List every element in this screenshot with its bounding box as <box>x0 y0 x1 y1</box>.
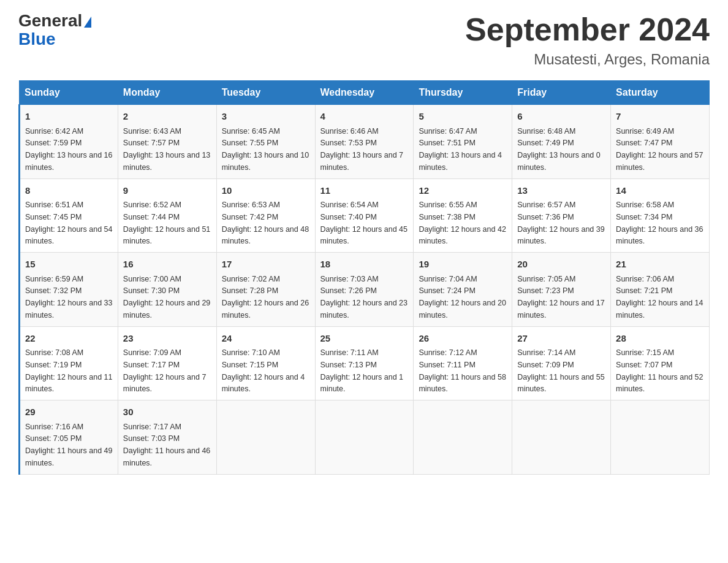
day-number: 20 <box>517 258 605 272</box>
day-number: 13 <box>517 184 605 198</box>
logo-blue-text: Blue <box>18 31 91 48</box>
calendar-subtitle: Musatesti, Arges, Romania <box>465 51 710 68</box>
calendar-week-5: 29 Sunrise: 7:16 AMSunset: 7:05 PMDaylig… <box>20 400 710 475</box>
calendar-cell: 23 Sunrise: 7:09 AMSunset: 7:17 PMDaylig… <box>118 326 216 400</box>
day-number: 15 <box>25 258 113 272</box>
calendar-cell: 12 Sunrise: 6:55 AMSunset: 7:38 PMDaylig… <box>414 178 512 253</box>
calendar-cell: 28 Sunrise: 7:15 AMSunset: 7:07 PMDaylig… <box>611 326 710 400</box>
calendar-cell: 8 Sunrise: 6:51 AMSunset: 7:45 PMDayligh… <box>20 178 118 253</box>
calendar-cell: 29 Sunrise: 7:16 AMSunset: 7:05 PMDaylig… <box>20 400 118 475</box>
day-number: 18 <box>320 258 409 272</box>
calendar-cell: 4 Sunrise: 6:46 AMSunset: 7:53 PMDayligh… <box>315 105 414 179</box>
day-info: Sunrise: 6:45 AMSunset: 7:55 PMDaylight:… <box>222 127 309 172</box>
day-info: Sunrise: 6:47 AMSunset: 7:51 PMDaylight:… <box>419 127 502 172</box>
calendar-cell <box>611 400 710 475</box>
day-number: 28 <box>616 332 704 346</box>
day-info: Sunrise: 7:17 AMSunset: 7:03 PMDaylight:… <box>123 423 210 467</box>
calendar-cell: 25 Sunrise: 7:11 AMSunset: 7:13 PMDaylig… <box>315 326 414 400</box>
day-number: 10 <box>222 184 310 198</box>
day-info: Sunrise: 7:15 AMSunset: 7:07 PMDaylight:… <box>616 348 703 393</box>
calendar-cell: 2 Sunrise: 6:43 AMSunset: 7:57 PMDayligh… <box>118 105 216 179</box>
calendar-cell: 15 Sunrise: 6:59 AMSunset: 7:32 PMDaylig… <box>20 253 118 327</box>
calendar-cell <box>216 400 315 475</box>
day-number: 7 <box>616 110 704 124</box>
day-number: 19 <box>419 258 507 272</box>
day-info: Sunrise: 6:53 AMSunset: 7:42 PMDaylight:… <box>222 201 309 245</box>
day-info: Sunrise: 7:05 AMSunset: 7:23 PMDaylight:… <box>517 275 604 320</box>
calendar-cell: 26 Sunrise: 7:12 AMSunset: 7:11 PMDaylig… <box>414 326 512 400</box>
logo: General Blue <box>18 12 91 48</box>
day-number: 12 <box>419 184 507 198</box>
day-info: Sunrise: 7:11 AMSunset: 7:13 PMDaylight:… <box>320 348 404 393</box>
page-header: General Blue September 2024 Musatesti, A… <box>18 12 710 68</box>
calendar-cell: 22 Sunrise: 7:08 AMSunset: 7:19 PMDaylig… <box>20 326 118 400</box>
day-number: 11 <box>320 184 409 198</box>
calendar-title: September 2024 <box>465 12 710 47</box>
day-info: Sunrise: 6:52 AMSunset: 7:44 PMDaylight:… <box>123 201 210 245</box>
calendar-cell: 13 Sunrise: 6:57 AMSunset: 7:36 PMDaylig… <box>512 178 611 253</box>
day-info: Sunrise: 6:49 AMSunset: 7:47 PMDaylight:… <box>616 127 703 172</box>
col-monday: Monday <box>118 81 216 105</box>
day-info: Sunrise: 7:16 AMSunset: 7:05 PMDaylight:… <box>25 423 112 467</box>
calendar-cell: 11 Sunrise: 6:54 AMSunset: 7:40 PMDaylig… <box>315 178 414 253</box>
day-number: 3 <box>222 110 310 124</box>
calendar-cell: 9 Sunrise: 6:52 AMSunset: 7:44 PMDayligh… <box>118 178 216 253</box>
col-friday: Friday <box>512 81 611 105</box>
day-number: 8 <box>25 184 113 198</box>
title-section: September 2024 Musatesti, Arges, Romania <box>465 12 710 68</box>
day-info: Sunrise: 6:59 AMSunset: 7:32 PMDaylight:… <box>25 275 112 320</box>
calendar-week-3: 15 Sunrise: 6:59 AMSunset: 7:32 PMDaylig… <box>20 253 710 327</box>
calendar-cell: 3 Sunrise: 6:45 AMSunset: 7:55 PMDayligh… <box>216 105 315 179</box>
day-info: Sunrise: 6:43 AMSunset: 7:57 PMDaylight:… <box>123 127 210 172</box>
calendar-cell <box>414 400 512 475</box>
day-info: Sunrise: 7:09 AMSunset: 7:17 PMDaylight:… <box>123 348 207 393</box>
day-info: Sunrise: 6:58 AMSunset: 7:34 PMDaylight:… <box>616 201 703 245</box>
day-info: Sunrise: 6:51 AMSunset: 7:45 PMDaylight:… <box>25 201 112 245</box>
day-number: 16 <box>123 258 211 272</box>
day-number: 21 <box>616 258 704 272</box>
calendar-cell: 18 Sunrise: 7:03 AMSunset: 7:26 PMDaylig… <box>315 253 414 327</box>
calendar-cell: 27 Sunrise: 7:14 AMSunset: 7:09 PMDaylig… <box>512 326 611 400</box>
day-number: 22 <box>25 332 113 346</box>
col-thursday: Thursday <box>414 81 512 105</box>
day-number: 24 <box>222 332 310 346</box>
day-info: Sunrise: 7:06 AMSunset: 7:21 PMDaylight:… <box>616 275 703 320</box>
day-info: Sunrise: 7:08 AMSunset: 7:19 PMDaylight:… <box>25 348 112 393</box>
day-info: Sunrise: 7:03 AMSunset: 7:26 PMDaylight:… <box>320 275 408 320</box>
col-sunday: Sunday <box>20 81 118 105</box>
day-info: Sunrise: 6:42 AMSunset: 7:59 PMDaylight:… <box>25 127 112 172</box>
day-info: Sunrise: 6:48 AMSunset: 7:49 PMDaylight:… <box>517 127 601 172</box>
day-number: 5 <box>419 110 507 124</box>
day-info: Sunrise: 7:12 AMSunset: 7:11 PMDaylight:… <box>419 348 506 393</box>
header-row: Sunday Monday Tuesday Wednesday Thursday… <box>20 81 710 105</box>
calendar-week-1: 1 Sunrise: 6:42 AMSunset: 7:59 PMDayligh… <box>20 105 710 179</box>
calendar-cell: 1 Sunrise: 6:42 AMSunset: 7:59 PMDayligh… <box>20 105 118 179</box>
day-number: 23 <box>123 332 211 346</box>
calendar-cell: 16 Sunrise: 7:00 AMSunset: 7:30 PMDaylig… <box>118 253 216 327</box>
day-info: Sunrise: 6:55 AMSunset: 7:38 PMDaylight:… <box>419 201 506 245</box>
day-number: 2 <box>123 110 211 124</box>
col-saturday: Saturday <box>611 81 710 105</box>
col-tuesday: Tuesday <box>216 81 315 105</box>
calendar-cell <box>512 400 611 475</box>
day-number: 29 <box>25 405 113 419</box>
day-number: 6 <box>517 110 605 124</box>
calendar-cell: 30 Sunrise: 7:17 AMSunset: 7:03 PMDaylig… <box>118 400 216 475</box>
calendar-cell: 7 Sunrise: 6:49 AMSunset: 7:47 PMDayligh… <box>611 105 710 179</box>
calendar-cell <box>315 400 414 475</box>
calendar-cell: 20 Sunrise: 7:05 AMSunset: 7:23 PMDaylig… <box>512 253 611 327</box>
calendar-week-2: 8 Sunrise: 6:51 AMSunset: 7:45 PMDayligh… <box>20 178 710 253</box>
day-number: 9 <box>123 184 211 198</box>
day-number: 26 <box>419 332 507 346</box>
day-info: Sunrise: 6:57 AMSunset: 7:36 PMDaylight:… <box>517 201 604 245</box>
day-number: 25 <box>320 332 409 346</box>
day-info: Sunrise: 6:54 AMSunset: 7:40 PMDaylight:… <box>320 201 408 245</box>
day-number: 1 <box>25 110 113 124</box>
calendar-cell: 17 Sunrise: 7:02 AMSunset: 7:28 PMDaylig… <box>216 253 315 327</box>
day-number: 30 <box>123 405 211 419</box>
day-info: Sunrise: 7:04 AMSunset: 7:24 PMDaylight:… <box>419 275 506 320</box>
day-number: 4 <box>320 110 409 124</box>
day-number: 17 <box>222 258 310 272</box>
calendar-week-4: 22 Sunrise: 7:08 AMSunset: 7:19 PMDaylig… <box>20 326 710 400</box>
calendar-cell: 21 Sunrise: 7:06 AMSunset: 7:21 PMDaylig… <box>611 253 710 327</box>
